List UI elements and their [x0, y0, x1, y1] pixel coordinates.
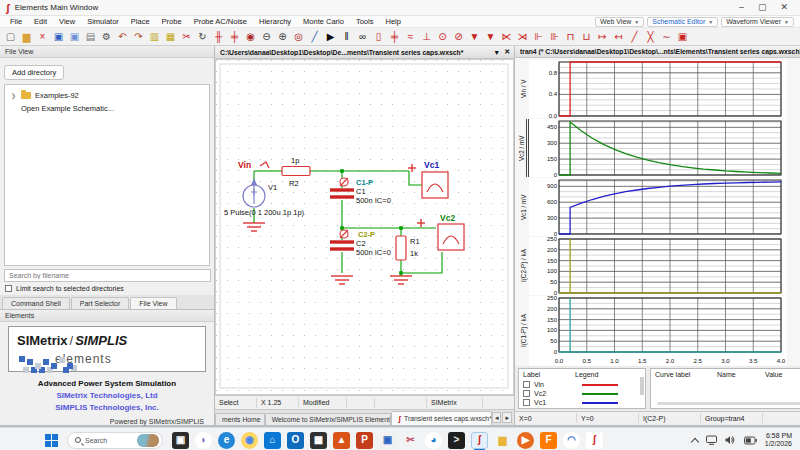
- place-diode-icon[interactable]: ▼: [467, 29, 482, 44]
- limit-search-checkbox[interactable]: [5, 285, 12, 292]
- tree-item-open-example-schematic[interactable]: Open Example Schematic...: [7, 102, 207, 115]
- probe-pen-diff-icon[interactable]: ╳: [643, 29, 658, 44]
- label-c2-value[interactable]: 500n IC=0: [356, 248, 391, 257]
- view-button-waveform-viewer[interactable]: Waveform Viewer▼: [721, 17, 794, 27]
- label-r1-value[interactable]: 1k: [410, 249, 418, 258]
- ground-c2[interactable]: [331, 276, 353, 284]
- taskbar-app-photos-icon[interactable]: ▣: [379, 432, 396, 449]
- taskbar-app-copilot-icon[interactable]: ◗: [195, 432, 212, 449]
- waveform-plot-i-c2-p[interactable]: 050100150200250: [529, 237, 787, 295]
- save-icon[interactable]: ▣: [51, 29, 66, 44]
- vin-probe-marker[interactable]: [260, 162, 269, 168]
- undo-icon[interactable]: ↶: [115, 29, 130, 44]
- print-icon[interactable]: ▤: [83, 29, 98, 44]
- place-port-out-icon[interactable]: ↤: [611, 29, 626, 44]
- minimize-icon[interactable]: –: [739, 3, 744, 12]
- menu-item-probe[interactable]: Probe: [156, 17, 188, 26]
- probe-pen-icon[interactable]: ╱: [627, 29, 642, 44]
- c2-current-probe[interactable]: [340, 230, 348, 238]
- legend-scrollbar[interactable]: [640, 377, 644, 395]
- wire-pen-icon[interactable]: ╱: [307, 29, 322, 44]
- panel-tab-part-selector[interactable]: Part Selector: [71, 297, 129, 309]
- curve-table-scrollbar[interactable]: [657, 402, 800, 405]
- c1-current-probe[interactable]: [340, 178, 348, 186]
- place-nmos-icon[interactable]: ⊩: [531, 29, 546, 44]
- place-npn-icon[interactable]: ⋉: [499, 29, 514, 44]
- cut-icon[interactable]: ✂: [179, 29, 194, 44]
- wires[interactable]: [254, 171, 442, 276]
- taskbar-clock[interactable]: 6:58 PM 1/2/2026: [765, 432, 792, 448]
- panel-tab-file-view[interactable]: File View: [130, 297, 176, 309]
- label-vc2[interactable]: Vc2: [440, 213, 455, 223]
- taskbar-app-snipping-tool-icon[interactable]: ✂: [402, 432, 419, 449]
- taskbar-app-store-icon[interactable]: ⌂: [264, 432, 281, 449]
- ground-v1[interactable]: [243, 223, 265, 231]
- battery-icon[interactable]: [744, 436, 757, 445]
- menu-item-edit[interactable]: Edit: [28, 17, 53, 26]
- taskbar-app-foxit-icon[interactable]: F: [540, 432, 557, 449]
- view-button-web-view[interactable]: Web View▼: [595, 17, 644, 27]
- close-file-icon[interactable]: ×: [35, 29, 50, 44]
- view-button-schematic-editor[interactable]: Schematic Editor▼: [647, 17, 718, 27]
- legend-checkbox-vin[interactable]: [523, 381, 530, 388]
- place-zener-icon[interactable]: ▼: [483, 29, 498, 44]
- menu-item-probe-ac-noise[interactable]: Probe AC/Noise: [188, 17, 253, 26]
- taskbar-app-outlook-icon[interactable]: O: [287, 432, 304, 449]
- paste-schematic-icon[interactable]: ▦: [163, 29, 178, 44]
- label-r2[interactable]: R2: [289, 179, 299, 188]
- component-c2-capacitor[interactable]: [330, 242, 354, 249]
- menu-item-view[interactable]: View: [53, 17, 81, 26]
- search-input[interactable]: [4, 269, 211, 282]
- pause-simulation-icon[interactable]: ‖: [339, 29, 354, 44]
- tree-item-examples-92[interactable]: ❯Examples-92: [7, 89, 207, 102]
- label-r2-value[interactable]: 1p: [291, 156, 299, 165]
- component-v1-source[interactable]: [243, 178, 265, 207]
- maximize-icon[interactable]: ▢: [758, 3, 767, 12]
- taskbar-app-chrome-icon[interactable]: ◉: [241, 432, 258, 449]
- tab-scroll-right-icon[interactable]: ▸: [502, 412, 512, 423]
- save-all-icon[interactable]: ▣: [67, 29, 82, 44]
- waveform-plot-vc1[interactable]: 0300600900: [529, 178, 787, 236]
- simetrix-link[interactable]: SIMetrix Technologies, Ltd: [0, 391, 214, 400]
- menu-item-simulator[interactable]: Simulator: [81, 17, 125, 26]
- close-icon[interactable]: ✕: [780, 3, 788, 12]
- new-file-icon[interactable]: ▢: [3, 29, 18, 44]
- label-c1-value[interactable]: 500n IC=0: [356, 196, 391, 205]
- taskbar-app-simetrix-2-icon[interactable]: ʃ: [586, 432, 603, 449]
- zoom-out-icon[interactable]: ⊖: [259, 29, 274, 44]
- redo-icon[interactable]: ↷: [131, 29, 146, 44]
- place-logic-and-icon[interactable]: ⊓: [563, 29, 578, 44]
- settings-gear-icon[interactable]: ⚙: [99, 29, 114, 44]
- label-vc1[interactable]: Vc1: [424, 160, 439, 170]
- taskbar-app-file-explorer-icon[interactable]: ▆: [494, 432, 511, 449]
- tab-menu-icon[interactable]: ▼: [491, 49, 502, 56]
- waveform-plot-vin[interactable]: 0.00.40.8: [529, 60, 787, 118]
- legend-checkbox-vc2[interactable]: [523, 390, 530, 397]
- wire-crossing-icon[interactable]: ╪: [227, 29, 242, 44]
- label-vin[interactable]: Vin: [238, 160, 251, 170]
- menu-item-tools[interactable]: Tools: [350, 17, 380, 26]
- place-pmos-icon[interactable]: ⊪: [547, 29, 562, 44]
- tab-scroll-left-icon[interactable]: ◂: [492, 412, 502, 423]
- menu-item-monte-carlo[interactable]: Monte Carlo: [297, 17, 350, 26]
- zoom-fit-icon[interactable]: ◉: [243, 29, 258, 44]
- menu-item-help[interactable]: Help: [379, 17, 406, 26]
- copy-schematic-icon[interactable]: ▥: [147, 29, 162, 44]
- label-v1[interactable]: V1: [268, 183, 277, 192]
- windows-start-icon[interactable]: [45, 434, 58, 447]
- place-capacitor-icon[interactable]: ╪: [387, 29, 402, 44]
- volume-icon[interactable]: [725, 435, 736, 445]
- component-c1-capacitor[interactable]: [330, 190, 354, 197]
- schematic-drawing[interactable]: Vin V1 5 Pulse(0 1 200u 1p 1p) 1p R2 C1-…: [216, 60, 514, 394]
- label-c1-probe[interactable]: C1-P: [356, 178, 373, 187]
- taskbar-app-edge-icon[interactable]: e: [218, 432, 235, 449]
- place-pnp-icon[interactable]: ⋊: [515, 29, 530, 44]
- place-resistor-icon[interactable]: ▯: [371, 29, 386, 44]
- component-r2-resistor[interactable]: [282, 167, 310, 176]
- taskbar-app-simetrix-icon[interactable]: ʃ: [471, 432, 488, 449]
- run-simulation-icon[interactable]: ▶: [323, 29, 338, 44]
- display-icon[interactable]: [706, 435, 717, 445]
- find-icon[interactable]: ∞: [355, 29, 370, 44]
- place-ground-icon[interactable]: ⊥: [419, 29, 434, 44]
- label-pulse[interactable]: 5 Pulse(0 1 200u 1p 1p): [224, 208, 305, 217]
